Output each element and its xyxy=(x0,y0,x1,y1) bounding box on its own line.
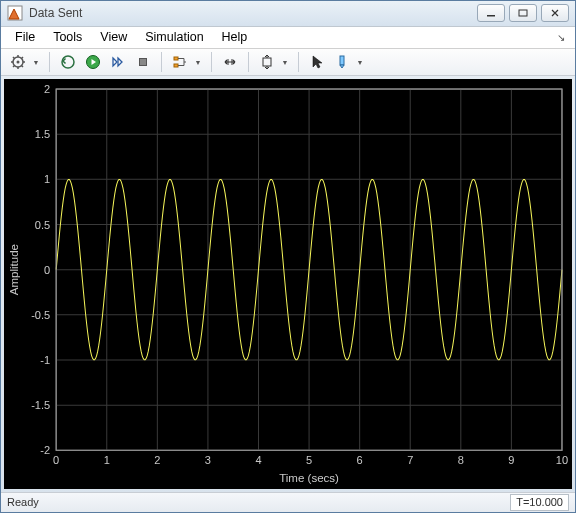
marker-icon[interactable] xyxy=(331,51,353,73)
stop-icon[interactable] xyxy=(132,51,154,73)
svg-text:-1.5: -1.5 xyxy=(31,400,50,412)
svg-text:3: 3 xyxy=(205,455,211,467)
statusbar: Ready T=10.000 xyxy=(1,492,575,512)
close-button[interactable] xyxy=(541,4,569,22)
marker-dropdown-icon[interactable]: ▼ xyxy=(356,51,364,73)
svg-text:0: 0 xyxy=(44,264,50,276)
zoom-x-icon[interactable] xyxy=(219,51,241,73)
svg-text:1: 1 xyxy=(104,455,110,467)
app-window: Data Sent File Tools View Simulation Hel… xyxy=(0,0,576,513)
menubar-expand-icon[interactable]: ↘ xyxy=(553,30,569,45)
svg-rect-2 xyxy=(519,10,527,16)
expand-y-dropdown-icon[interactable]: ▼ xyxy=(281,51,289,73)
svg-text:0: 0 xyxy=(53,455,59,467)
triggers-dropdown-icon[interactable]: ▼ xyxy=(194,51,202,73)
menubar: File Tools View Simulation Help ↘ xyxy=(1,27,575,49)
status-left: Ready xyxy=(7,496,39,508)
status-time: T=10.000 xyxy=(510,494,569,511)
window-title: Data Sent xyxy=(29,6,473,20)
app-icon xyxy=(7,5,23,21)
svg-text:4: 4 xyxy=(255,455,261,467)
maximize-button[interactable] xyxy=(509,4,537,22)
svg-rect-15 xyxy=(140,59,147,66)
svg-text:8: 8 xyxy=(458,455,464,467)
minimize-button[interactable] xyxy=(477,4,505,22)
settings-dropdown-icon[interactable]: ▼ xyxy=(32,51,40,73)
svg-text:6: 6 xyxy=(357,455,363,467)
svg-line-11 xyxy=(13,66,15,68)
svg-text:10: 10 xyxy=(556,455,568,467)
svg-rect-21 xyxy=(340,56,344,65)
play-icon[interactable] xyxy=(82,51,104,73)
menu-simulation[interactable]: Simulation xyxy=(137,28,211,46)
svg-text:0.5: 0.5 xyxy=(35,219,50,231)
titlebar[interactable]: Data Sent xyxy=(1,1,575,27)
svg-line-12 xyxy=(22,57,24,59)
svg-text:1: 1 xyxy=(44,174,50,186)
svg-rect-1 xyxy=(487,15,495,17)
toolbar-separator xyxy=(298,52,299,72)
svg-text:Time (secs): Time (secs) xyxy=(279,473,339,485)
toolbar-separator xyxy=(248,52,249,72)
cursor-select-icon[interactable] xyxy=(306,51,328,73)
svg-text:2: 2 xyxy=(154,455,160,467)
svg-rect-22 xyxy=(4,79,572,488)
svg-line-9 xyxy=(13,57,15,59)
svg-text:-0.5: -0.5 xyxy=(31,309,50,321)
svg-text:7: 7 xyxy=(407,455,413,467)
svg-text:9: 9 xyxy=(508,455,514,467)
svg-text:2: 2 xyxy=(44,84,50,96)
svg-rect-20 xyxy=(263,58,271,66)
menu-file[interactable]: File xyxy=(7,28,43,46)
svg-text:-1: -1 xyxy=(40,354,50,366)
expand-y-icon[interactable] xyxy=(256,51,278,73)
svg-rect-16 xyxy=(174,57,178,60)
toolbar-separator xyxy=(49,52,50,72)
svg-text:-2: -2 xyxy=(40,445,50,457)
svg-text:5: 5 xyxy=(306,455,312,467)
svg-text:Amplitude: Amplitude xyxy=(8,245,20,296)
scope-chart: 012345678910-2-1.5-1-0.500.511.52Time (s… xyxy=(4,79,572,488)
menu-tools[interactable]: Tools xyxy=(45,28,90,46)
rewind-icon[interactable] xyxy=(57,51,79,73)
toolbar: ▼ ▼ ▼ xyxy=(1,49,575,77)
step-forward-icon[interactable] xyxy=(107,51,129,73)
settings-icon[interactable] xyxy=(7,51,29,73)
svg-point-4 xyxy=(17,61,20,64)
plot-area[interactable]: 012345678910-2-1.5-1-0.500.511.52Time (s… xyxy=(4,79,572,488)
triggers-icon[interactable] xyxy=(169,51,191,73)
toolbar-separator xyxy=(161,52,162,72)
toolbar-separator xyxy=(211,52,212,72)
svg-text:1.5: 1.5 xyxy=(35,129,50,141)
svg-line-10 xyxy=(22,66,24,68)
menu-view[interactable]: View xyxy=(92,28,135,46)
svg-rect-17 xyxy=(174,64,178,67)
menu-help[interactable]: Help xyxy=(214,28,256,46)
